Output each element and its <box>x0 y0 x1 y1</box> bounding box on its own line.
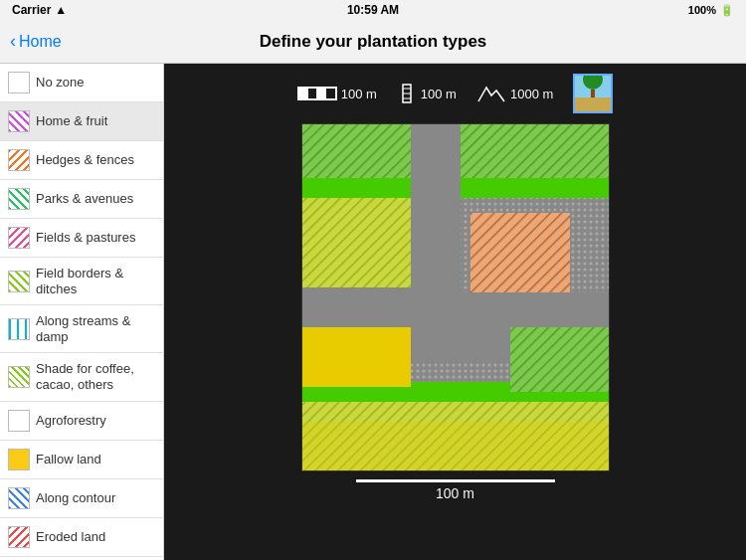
status-time: 10:59 AM <box>347 3 399 17</box>
swatch-shade <box>8 366 30 388</box>
sidebar-label-agro: Agroforestry <box>36 413 106 429</box>
thumb-tree-trunk <box>591 90 595 97</box>
swatch-parks <box>8 188 30 210</box>
map-canvas[interactable] <box>301 123 610 471</box>
status-left: Carrier ▲ <box>12 3 67 17</box>
status-right: 100% 🔋 <box>688 4 734 17</box>
back-button[interactable]: ‹ Home <box>10 31 62 52</box>
swatch-contour <box>8 487 30 509</box>
bottom-scale-label: 100 m <box>436 485 474 501</box>
sidebar-item-parks[interactable]: Parks & avenues <box>0 180 163 219</box>
page-title: Define your plantation types <box>260 32 487 52</box>
sidebar: No zone Home & fruit Hedges & fences Par… <box>0 64 164 560</box>
status-bar: Carrier ▲ 10:59 AM 100% 🔋 <box>0 0 746 20</box>
svg-rect-26 <box>510 327 610 392</box>
scale-rod-item: 100 m <box>397 84 457 103</box>
scale-row: 100 m 100 m 1000 m <box>297 74 614 113</box>
sidebar-item-natural[interactable]: In natural woodlots <box>0 557 163 560</box>
mountain-label: 1000 m <box>510 87 553 101</box>
swatch-field-borders <box>8 271 30 292</box>
sidebar-label-field-borders: Field borders & ditches <box>36 266 157 296</box>
sidebar-item-shade[interactable]: Shade for coffee, cacao, others <box>0 353 163 401</box>
nav-bar: ‹ Home Define your plantation types <box>0 20 746 64</box>
battery-icon: 🔋 <box>720 4 734 17</box>
sidebar-item-field-borders[interactable]: Field borders & ditches <box>0 258 163 305</box>
sidebar-item-streams[interactable]: Along streams & damp <box>0 305 163 353</box>
sidebar-label-home-fruit: Home & fruit <box>36 113 107 129</box>
swatch-home-fruit <box>8 110 30 132</box>
main-layout: No zone Home & fruit Hedges & fences Par… <box>0 64 746 560</box>
sidebar-label-hedges: Hedges & fences <box>36 152 134 168</box>
map-thumbnail <box>573 74 613 113</box>
svg-rect-17 <box>411 123 461 292</box>
sidebar-label-no-zone: No zone <box>36 75 84 91</box>
sidebar-item-eroded[interactable]: Eroded land <box>0 518 163 557</box>
map-wrapper[interactable] <box>301 123 610 471</box>
back-label: Home <box>19 33 62 51</box>
sidebar-item-home-fruit[interactable]: Home & fruit <box>0 102 163 141</box>
rod-label: 100 m <box>421 87 457 101</box>
rod-icon <box>397 84 417 103</box>
wifi-icon: ▲ <box>55 3 67 17</box>
bottom-scale: 100 m <box>356 479 555 501</box>
back-chevron-icon: ‹ <box>10 31 16 52</box>
sidebar-label-streams: Along streams & damp <box>36 313 157 344</box>
swatch-agro <box>8 410 30 432</box>
svg-rect-25 <box>301 327 411 387</box>
battery-label: 100% <box>688 4 716 16</box>
mountain-icon <box>476 84 506 103</box>
ruler-icon <box>297 87 337 100</box>
sidebar-label-eroded: Eroded land <box>36 529 105 545</box>
sidebar-item-hedges[interactable]: Hedges & fences <box>0 141 163 180</box>
bottom-scale-bar <box>356 479 555 482</box>
content-area: 100 m 100 m 1000 m <box>164 64 746 560</box>
carrier-label: Carrier <box>12 3 51 17</box>
sidebar-label-fallow: Fallow land <box>36 452 101 467</box>
sidebar-label-parks: Parks & avenues <box>36 191 133 207</box>
sidebar-item-agro[interactable]: Agroforestry <box>0 402 163 441</box>
sidebar-item-fields[interactable]: Fields & pastures <box>0 219 163 258</box>
ruler-label: 100 m <box>341 87 377 101</box>
sidebar-label-contour: Along contour <box>36 490 115 506</box>
scale-mountain-item: 1000 m <box>476 84 553 103</box>
swatch-no-zone <box>8 72 30 93</box>
swatch-fields <box>8 227 30 249</box>
sidebar-item-no-zone[interactable]: No zone <box>0 64 163 102</box>
swatch-hedges <box>8 149 30 171</box>
swatch-fallow <box>8 449 30 470</box>
scale-ruler-item: 100 m <box>297 87 377 101</box>
swatch-eroded <box>8 526 30 548</box>
svg-rect-23 <box>301 412 610 471</box>
svg-rect-19 <box>470 213 570 302</box>
thumb-ground <box>575 97 611 111</box>
swatch-streams <box>8 318 30 340</box>
sidebar-item-contour[interactable]: Along contour <box>0 479 163 518</box>
sidebar-item-fallow[interactable]: Fallow land <box>0 441 163 479</box>
sidebar-label-fields: Fields & pastures <box>36 230 135 246</box>
sidebar-label-shade: Shade for coffee, cacao, others <box>36 361 157 392</box>
